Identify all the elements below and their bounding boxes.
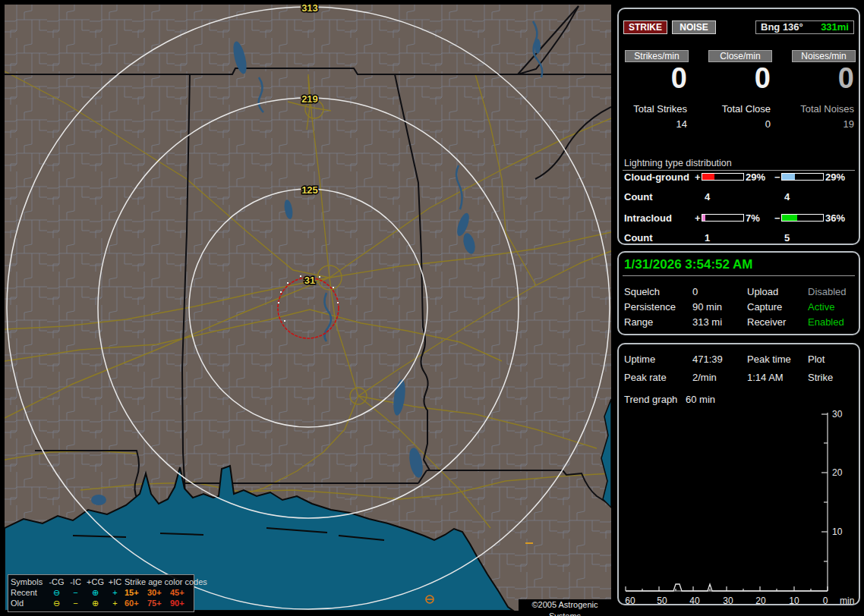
noises-per-min-value: 0 <box>786 62 854 95</box>
age-60: 60+ <box>125 598 147 608</box>
cloud-ground-row: Cloud-ground + 29% − 29% <box>619 171 859 182</box>
minus-sign: − <box>774 212 780 224</box>
legend-row-old-label: Old <box>11 598 47 608</box>
cg-minus-pct: 29% <box>825 171 845 183</box>
legend-symbols-header: Symbols <box>11 577 47 587</box>
bearing-readout: Bng 136° 331mi <box>755 20 854 34</box>
pos-cg-recent-icon: ⊕ <box>85 587 106 598</box>
squelch-value: 0 <box>692 286 698 297</box>
total-strikes-label: Total Strikes <box>619 103 687 115</box>
close-per-min-chip: Close/min <box>708 50 772 62</box>
legend-row-recent-label: Recent <box>11 587 47 598</box>
x-tick-60: 60 <box>625 596 635 606</box>
peak-rate-value: 2/min <box>692 372 717 383</box>
capture-label: Capture <box>747 301 782 313</box>
ic-plus-pct: 7% <box>746 212 760 224</box>
cg-plus-pct: 29% <box>746 171 765 183</box>
capture-status: Active <box>808 301 834 313</box>
intracloud-count-row: Count 1 5 <box>619 232 859 243</box>
stats-panel: Uptime 471:39 Peak time Plot Peak rate 2… <box>617 343 860 605</box>
distribution-title: Lightning type distribution <box>624 158 732 168</box>
receiver-status: Enabled <box>808 316 844 328</box>
copyright-text: ©2005 Astrogenic Systems <box>519 599 611 611</box>
pos-ic-old-icon: + <box>106 598 125 608</box>
minus-sign: − <box>774 171 780 183</box>
bearing-range: 331mi <box>821 21 849 33</box>
cg-minus-count: 4 <box>784 191 790 203</box>
x-tick-20: 20 <box>755 596 766 606</box>
x-tick-30: 30 <box>723 596 733 606</box>
count-label: Count <box>624 191 653 203</box>
legend-neg-cg-header: -CG <box>47 577 66 587</box>
age-30: 30+ <box>147 587 170 598</box>
neg-cg-recent-icon: ⊖ <box>47 587 66 598</box>
plot-label: Plot <box>808 354 825 365</box>
age-45: 45+ <box>170 587 191 598</box>
ring-label-125: 125 <box>301 184 318 196</box>
y-tick-10: 10 <box>832 526 843 537</box>
age-75: 75+ <box>147 598 170 608</box>
x-tick-50: 50 <box>657 596 667 606</box>
total-close-value: 0 <box>702 118 771 130</box>
total-close-label: Total Close <box>702 103 771 115</box>
total-strikes-value: 14 <box>619 118 687 130</box>
counters-panel: STRIKE NOISE Bng 136° 331mi Strikes/min … <box>617 8 860 245</box>
datetime-display: 1/31/2026 3:54:52 AM <box>624 257 752 272</box>
x-axis-unit: min <box>840 596 854 606</box>
ic-minus-count: 5 <box>784 232 790 244</box>
plot-value: Strike <box>808 372 833 383</box>
strike-button[interactable]: STRIKE <box>623 20 667 34</box>
age-15: 15+ <box>125 587 147 598</box>
ring-label-219: 219 <box>301 93 318 105</box>
strikes-per-min-value: 0 <box>619 62 687 95</box>
age-90: 90+ <box>170 598 191 608</box>
legend-neg-ic-header: -IC <box>66 577 85 587</box>
upload-label: Upload <box>747 286 778 297</box>
peak-time-value: 1:14 AM <box>747 372 784 383</box>
legend-age-header: Strike age color codes <box>125 577 191 587</box>
x-tick-10: 10 <box>789 596 799 606</box>
total-noises-label: Total Noises <box>786 103 854 115</box>
intracloud-label: Intracloud <box>624 212 672 224</box>
ring-label-313: 313 <box>301 5 318 14</box>
persistence-label: Persistence <box>624 301 676 313</box>
persistence-value: 90 min <box>692 301 722 313</box>
trend-graph: 60 50 40 30 20 10 0 min 30 20 10 <box>619 404 859 605</box>
lightning-tracker-app: 313 219 125 31 Symbols -CG -IC +CG +IC S… <box>0 0 864 616</box>
x-tick-40: 40 <box>689 596 700 606</box>
peak-time-label: Peak time <box>747 354 791 365</box>
y-tick-20: 20 <box>832 467 843 478</box>
total-noises-value: 19 <box>786 118 854 130</box>
uptime-label: Uptime <box>624 354 655 365</box>
pos-cg-old-icon: ⊕ <box>85 598 106 608</box>
bearing-label: Bng 136° <box>761 21 803 33</box>
neg-cg-old-icon: ⊖ <box>47 598 66 608</box>
pos-ic-recent-icon: + <box>106 587 125 598</box>
receiver-label: Receiver <box>747 316 786 328</box>
noise-button[interactable]: NOISE <box>672 20 716 34</box>
neg-ic-recent-icon: − <box>66 587 85 598</box>
range-value: 313 mi <box>692 316 722 328</box>
ring-label-31: 31 <box>304 275 315 286</box>
datetime-divider <box>623 275 855 276</box>
ic-plus-count: 1 <box>705 232 710 244</box>
neg-ic-old-icon: − <box>66 598 85 608</box>
map-legend: Symbols -CG -IC +CG +IC Strike age color… <box>8 574 194 612</box>
map-area[interactable]: 313 219 125 31 Symbols -CG -IC +CG +IC S… <box>5 5 611 611</box>
strikes-per-min-chip: Strikes/min <box>625 50 689 62</box>
cloud-ground-count-row: Count 4 4 <box>619 191 859 202</box>
x-tick-0: 0 <box>823 596 828 606</box>
squelch-label: Squelch <box>624 286 660 297</box>
y-tick-30: 30 <box>832 409 843 420</box>
range-label: Range <box>624 316 653 328</box>
legend-pos-ic-header: +IC <box>106 577 125 587</box>
plus-sign: + <box>695 212 701 224</box>
plus-sign: + <box>695 171 701 183</box>
cg-minus-bar <box>781 173 824 181</box>
status-panel: 1/31/2026 3:54:52 AM Squelch 0 Upload Di… <box>617 251 860 335</box>
close-per-min-value: 0 <box>702 62 771 95</box>
ic-minus-bar <box>781 214 824 222</box>
cloud-ground-label: Cloud-ground <box>624 171 689 183</box>
cg-plus-count: 4 <box>705 191 710 203</box>
intracloud-row: Intracloud + 7% − 36% <box>619 212 859 223</box>
